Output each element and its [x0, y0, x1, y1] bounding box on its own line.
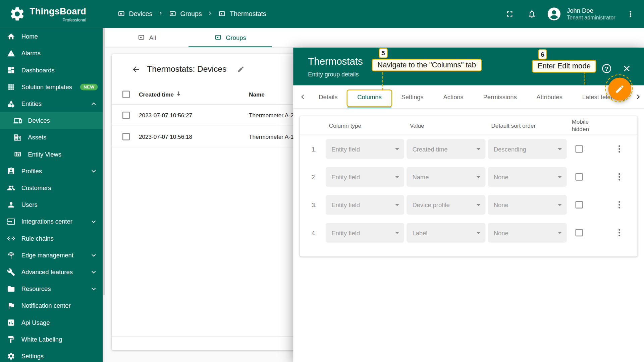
sidebar-item-profiles[interactable]: Profiles: [0, 163, 103, 179]
brand-logo[interactable]: ThingsBoard Professional: [0, 6, 103, 22]
thingsboard-gear-icon: [9, 6, 25, 22]
breadcrumb-thermostats[interactable]: Thermostats: [218, 10, 266, 18]
column-type-select[interactable]: Entity field: [326, 195, 404, 215]
select-all-checkbox[interactable]: [122, 90, 130, 98]
step-5-badge: 5: [379, 48, 388, 58]
help-button[interactable]: ?: [602, 64, 611, 73]
dropdown-caret-icon: [395, 148, 399, 150]
topbar-menu-button[interactable]: [624, 7, 638, 21]
sort-order-select[interactable]: None: [488, 167, 567, 187]
breadcrumb: Devices Groups Thermostats: [117, 10, 266, 18]
sidebar-item-customers[interactable]: Customers: [0, 179, 103, 196]
created-time-cell: 2023-07-07 10:56:27: [139, 112, 192, 119]
step-5-label: Navigate to the "Columns" tab: [372, 59, 482, 71]
drawer-title: Thermostats: [308, 56, 363, 67]
mobile-hidden-checkbox[interactable]: [576, 173, 583, 181]
close-drawer-button[interactable]: [622, 64, 632, 73]
step-5-connector: [382, 72, 383, 90]
user-avatar[interactable]: [547, 7, 561, 21]
dropdown-caret-icon: [476, 204, 480, 206]
fullscreen-icon: [505, 9, 514, 18]
drawer-tab-details[interactable]: Details: [309, 85, 347, 109]
sort-order-select[interactable]: None: [488, 195, 567, 215]
sidebar-item-rule-chains[interactable]: Rule chains: [0, 230, 103, 247]
users-icon: [7, 200, 15, 208]
sidebar-item-entities[interactable]: Entities: [0, 95, 103, 112]
created-time-column-header[interactable]: Created time: [139, 91, 174, 98]
sidebar-item-integrations-center[interactable]: Integrations center: [0, 213, 103, 230]
new-badge: NEW: [80, 83, 98, 90]
drawer-tab-settings[interactable]: Settings: [391, 85, 433, 109]
row-menu-button[interactable]: [619, 148, 620, 150]
columns-table-header: Column type Value Default sort order Mob…: [300, 116, 638, 135]
fullscreen-button[interactable]: [503, 7, 517, 21]
sidebar-item-assets[interactable]: Assets: [0, 129, 103, 145]
dropdown-caret-icon: [476, 232, 480, 234]
tabs-scroll-left-button[interactable]: [297, 85, 309, 109]
sidebar-item-dashboards[interactable]: Dashboards: [0, 62, 103, 78]
tab-groups[interactable]: Groups: [189, 28, 272, 47]
sort-descending-icon[interactable]: [175, 90, 182, 98]
sidebar-item-notification-center[interactable]: Notification center: [0, 297, 103, 314]
tab-all[interactable]: All: [105, 28, 189, 47]
edit-group-name-button[interactable]: [237, 65, 245, 73]
sidebar-item-resources[interactable]: Resources: [0, 280, 103, 297]
sidebar-scrollbar[interactable]: [103, 28, 105, 362]
value-header: Value: [407, 122, 488, 129]
step-6-badge: 6: [538, 49, 547, 60]
sidebar-item-home[interactable]: Home: [0, 28, 103, 45]
row-checkbox[interactable]: [122, 133, 130, 140]
entities-icon: [7, 100, 15, 108]
sidebar-item-settings[interactable]: Settings: [0, 348, 103, 362]
value-select[interactable]: Device profile: [407, 195, 485, 215]
mobile-hidden-checkbox[interactable]: [576, 145, 583, 153]
scrollbar-thumb[interactable]: [103, 28, 105, 295]
drawer-tab-actions[interactable]: Actions: [433, 85, 473, 109]
white-labeling-icon: [7, 335, 15, 343]
drawer-tab-columns[interactable]: Columns: [347, 85, 391, 109]
sort-order-select[interactable]: None: [488, 223, 567, 243]
name-column-header[interactable]: Name: [249, 91, 265, 98]
sidebar-item-advanced-features[interactable]: Advanced features: [0, 263, 103, 280]
tabs-scroll-right-button[interactable]: [633, 85, 644, 109]
dashboard-icon: [7, 66, 15, 74]
api-usage-icon: [7, 318, 15, 326]
thingsboard-app: ThingsBoard Professional Devices Groups …: [0, 0, 644, 362]
mobile-hidden-checkbox[interactable]: [576, 201, 583, 208]
drawer-tab-permissions[interactable]: Permissions: [473, 85, 527, 109]
breadcrumb-devices[interactable]: Devices: [117, 10, 152, 18]
row-menu-button[interactable]: [619, 204, 620, 206]
created-time-cell: 2023-07-07 10:56:18: [139, 133, 192, 140]
sidebar-item-alarms[interactable]: Alarms: [0, 45, 103, 61]
name-cell: Thermometer A-1: [249, 133, 293, 140]
devices-icon: [13, 116, 21, 124]
back-button[interactable]: [131, 65, 141, 74]
mobile-hidden-checkbox[interactable]: [576, 229, 583, 236]
row-checkbox[interactable]: [122, 111, 130, 119]
sidebar-item-devices[interactable]: Devices: [0, 112, 103, 129]
sidebar-item-solution-templates[interactable]: Solution templates NEW: [0, 78, 103, 95]
breadcrumb-groups[interactable]: Groups: [169, 10, 202, 18]
notifications-button[interactable]: [525, 7, 539, 21]
column-type-select[interactable]: Entity field: [326, 223, 404, 243]
dropdown-caret-icon: [558, 204, 562, 206]
sidebar-item-entity-views[interactable]: Entity Views: [0, 146, 103, 163]
column-type-select[interactable]: Entity field: [326, 139, 404, 159]
entity-views-icon: [13, 150, 21, 158]
drawer-subtitle: Entity group details: [308, 71, 363, 77]
sidebar-item-edge-management[interactable]: Edge management: [0, 247, 103, 263]
sidebar-item-users[interactable]: Users: [0, 196, 103, 213]
column-type-select[interactable]: Entity field: [326, 167, 404, 187]
drawer-tab-attributes[interactable]: Attributes: [527, 85, 572, 109]
fab-highlight-ring: [605, 74, 633, 102]
row-menu-button[interactable]: [619, 176, 620, 178]
value-select[interactable]: Label: [407, 223, 485, 243]
row-menu-button[interactable]: [619, 232, 620, 234]
sidebar-item-white-labeling[interactable]: White Labeling: [0, 331, 103, 348]
column-config-row: 4. Entity field Label None: [300, 219, 638, 247]
value-select[interactable]: Created time: [407, 139, 485, 159]
sidebar-item-api-usage[interactable]: Api Usage: [0, 314, 103, 331]
column-config-row: 1. Entity field Created time Descending: [300, 135, 638, 163]
value-select[interactable]: Name: [407, 167, 485, 187]
sort-order-select[interactable]: Descending: [488, 139, 567, 159]
